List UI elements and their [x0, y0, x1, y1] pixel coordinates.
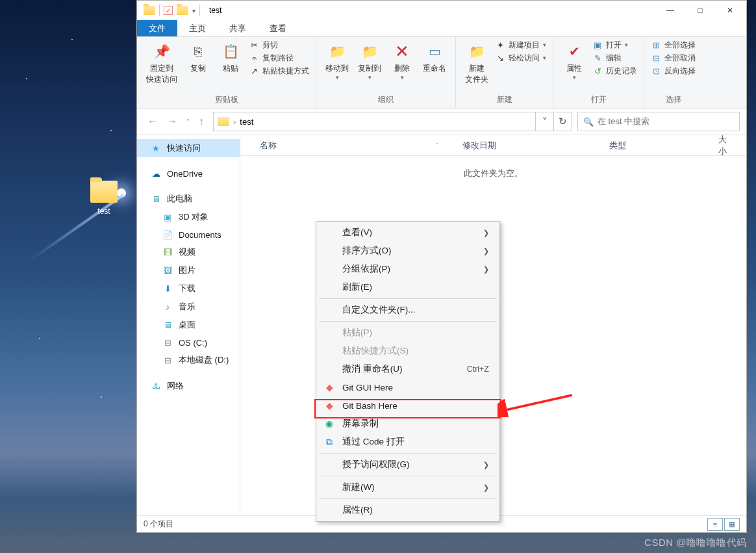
copy-to-icon: 📁: [359, 41, 380, 62]
label: 类型: [609, 140, 626, 151]
col-modified[interactable]: 修改日期: [451, 140, 598, 151]
tree-3d-objects[interactable]: ▣3D 对象: [137, 208, 240, 226]
breadcrumb-item[interactable]: test: [240, 117, 253, 127]
ctx-grant-access[interactable]: 授予访问权限(G)❯: [318, 456, 498, 474]
group-label: 打开: [591, 93, 607, 107]
copy-button[interactable]: ⎘ 复制: [184, 40, 212, 75]
new-item-button[interactable]: ✦新建项目▾: [495, 40, 546, 51]
desktop-icon: 🖥: [162, 320, 173, 330]
delete-button[interactable]: ✕删除▾: [388, 40, 416, 82]
ctx-view[interactable]: 查看(V)❯: [318, 224, 498, 242]
tab-home[interactable]: 主页: [177, 20, 218, 36]
label: 打开: [606, 40, 622, 51]
ctx-git-gui[interactable]: ◆Git GUI Here: [318, 378, 498, 396]
tree-documents[interactable]: 📄Documents: [137, 226, 240, 243]
history-button[interactable]: ↺历史记录: [592, 66, 637, 77]
ctx-refresh[interactable]: 刷新(E): [318, 278, 498, 296]
tree-os-c[interactable]: ⊟OS (C:): [137, 334, 240, 351]
tree-desktop[interactable]: 🖥桌面: [137, 316, 240, 334]
up-button[interactable]: ↑: [199, 116, 204, 127]
label: 本地磁盘 (D:): [179, 354, 229, 366]
ctx-group[interactable]: 分组依据(P)❯: [318, 260, 498, 278]
paste-shortcut-button[interactable]: ↗粘贴快捷方式: [249, 66, 309, 77]
desktop-folder-test[interactable]: test: [79, 181, 129, 216]
cut-button[interactable]: ✂剪切: [249, 40, 309, 51]
tree-this-pc[interactable]: 🖥此电脑: [137, 190, 240, 208]
maximize-button[interactable]: □: [685, 1, 715, 20]
tab-file[interactable]: 文件: [137, 20, 177, 36]
rename-button[interactable]: ▭重命名: [420, 40, 449, 75]
col-type[interactable]: 类型: [598, 140, 706, 151]
tree-music[interactable]: ♪音乐: [137, 298, 240, 316]
label: 粘贴快捷方式(S): [342, 345, 489, 357]
copy-to-button[interactable]: 📁复制到▾: [355, 40, 384, 82]
copy-icon: ⎘: [188, 41, 208, 62]
drive-icon: ⊟: [162, 355, 173, 365]
search-input[interactable]: 🔍 在 test 中搜索: [577, 112, 740, 131]
label: 新建 文件夹: [465, 63, 488, 85]
ctx-undo-rename[interactable]: 撤消 重命名(U)Ctrl+Z: [318, 360, 498, 378]
tree-network[interactable]: 🖧网络: [137, 377, 240, 395]
new-folder-button[interactable]: 📁新建 文件夹: [462, 40, 491, 86]
move-to-button[interactable]: 📁移动到▾: [323, 40, 351, 82]
separator: [319, 498, 497, 499]
ctx-new[interactable]: 新建(W)❯: [318, 478, 498, 496]
ctx-sort[interactable]: 排序方式(O)❯: [318, 242, 498, 260]
details-view-button[interactable]: ≡: [707, 518, 723, 531]
pin-icon: 📌: [151, 41, 172, 62]
address-bar[interactable]: › test: [213, 112, 536, 131]
ctx-customize[interactable]: 自定义文件夹(F)...: [318, 301, 498, 319]
history-icon: ↺: [592, 66, 603, 77]
star-icon: ★: [150, 143, 162, 153]
tree-videos[interactable]: 🎞视频: [137, 243, 240, 261]
invert-selection-button[interactable]: ⊡反向选择: [651, 66, 696, 77]
tab-share[interactable]: 共享: [218, 20, 258, 36]
qat-dropdown[interactable]: ▾: [192, 7, 195, 14]
edit-icon: ✎: [592, 53, 603, 64]
properties-button[interactable]: ✔属性▾: [560, 40, 588, 82]
forward-button[interactable]: →: [167, 116, 177, 127]
col-size[interactable]: 大小: [707, 134, 746, 157]
pin-to-quick-access-button[interactable]: 📌 固定到 快速访问: [144, 40, 180, 86]
address-dropdown[interactable]: ˅: [536, 112, 554, 131]
label: 大小: [718, 134, 735, 157]
ctx-screen-record[interactable]: ◉屏幕录制: [318, 415, 498, 433]
checkbox-icon[interactable]: ✔: [164, 6, 173, 15]
tab-view[interactable]: 查看: [258, 20, 298, 36]
doc-icon: 📄: [162, 229, 173, 240]
ribbon-group-open: ✔属性▾ ▣打开▾ ✎编辑 ↺历史记录 打开: [553, 37, 644, 108]
move-icon: 📁: [327, 41, 347, 62]
col-name[interactable]: 名称˄: [240, 140, 451, 151]
back-button[interactable]: ←: [147, 116, 158, 127]
tree-onedrive[interactable]: ☁OneDrive: [137, 165, 240, 182]
paste-button[interactable]: 📋 粘贴: [216, 40, 245, 75]
tree-local-d[interactable]: ⊟本地磁盘 (D:): [137, 351, 240, 369]
tree-pictures[interactable]: 🖼图片: [137, 261, 240, 279]
ctx-properties[interactable]: 属性(R): [318, 501, 498, 519]
tree-quick-access[interactable]: ★快速访问: [137, 139, 240, 157]
folder-icon: [177, 6, 188, 15]
ctx-git-bash[interactable]: ◆Git Bash Here: [318, 396, 498, 415]
label: 固定到 快速访问: [146, 63, 177, 85]
column-headers: 名称˄ 修改日期 类型 大小: [240, 135, 746, 156]
nav-tree[interactable]: ★快速访问 ☁OneDrive 🖥此电脑 ▣3D 对象 📄Documents 🎞…: [137, 135, 240, 515]
minimize-button[interactable]: —: [655, 1, 685, 20]
select-all-button[interactable]: ⊞全部选择: [651, 40, 696, 51]
content-pane[interactable]: 名称˄ 修改日期 类型 大小 此文件夹为空。 查看(V)❯ 排序方式(O)❯ 分…: [240, 135, 746, 515]
ctx-open-code[interactable]: ⧉通过 Code 打开: [318, 433, 498, 451]
select-none-button[interactable]: ⊟全部取消: [651, 53, 696, 64]
recent-dropdown[interactable]: ˅: [186, 118, 190, 125]
refresh-button[interactable]: ↻: [554, 112, 572, 131]
copy-path-button[interactable]: 𝄐复制路径: [249, 53, 309, 64]
open-icon: ▣: [592, 40, 603, 51]
icons-view-button[interactable]: ▦: [724, 518, 740, 531]
close-button[interactable]: ✕: [715, 1, 745, 20]
title-bar[interactable]: ✔ ▾ test — □ ✕: [137, 1, 746, 20]
empty-folder-message: 此文件夹为空。: [240, 168, 746, 179]
open-button[interactable]: ▣打开▾: [592, 40, 637, 51]
label: 轻松访问: [509, 53, 540, 64]
label: 复制路径: [262, 53, 294, 64]
tree-downloads[interactable]: ⬇下载: [137, 279, 240, 298]
easy-access-button[interactable]: ↘轻松访问▾: [495, 53, 546, 64]
edit-button[interactable]: ✎编辑: [592, 53, 637, 64]
